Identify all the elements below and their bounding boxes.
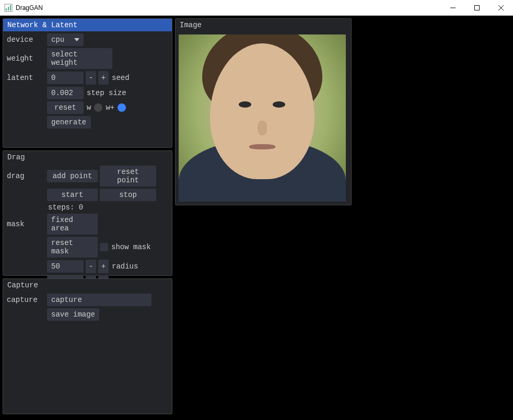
panel-network-latent: Network & Latent device cpu weight selec… [3,18,172,148]
seed-minus-button[interactable]: - [86,71,96,85]
drag-label: drag [5,172,45,180]
reset-point-button[interactable]: reset point [100,166,156,186]
panel-header-drag[interactable]: Drag [3,151,172,164]
window-titlebar: DragGAN [0,0,513,16]
steps-label: steps: 0 [47,203,84,212]
maximize-button[interactable] [465,0,489,15]
stepsize-input[interactable]: 0.002 [47,87,84,99]
wplus-radio[interactable] [118,103,126,112]
radius-plus-button[interactable]: + [98,260,109,273]
device-label: device [5,36,45,44]
panel-header-capture[interactable]: Capture [3,279,172,291]
show-mask-label: show mask [110,243,152,251]
select-weight-button[interactable]: select weight [47,48,112,69]
svg-rect-5 [475,5,480,10]
generate-button[interactable]: generate [47,116,91,129]
reset-mask-button[interactable]: reset mask [47,237,98,258]
panel-header-network[interactable]: Network & Latent [3,19,172,31]
svg-rect-2 [8,7,9,10]
radius-label: radius [111,262,139,271]
panel-capture: Capture capture capture save image [3,278,172,414]
minimize-button[interactable] [441,0,465,15]
svg-rect-3 [10,5,11,10]
w-radio[interactable] [94,103,102,112]
panel-image: Image [175,18,352,205]
add-point-button[interactable]: add point [47,170,98,182]
w-radio-label: w [86,103,92,112]
panel-drag: Drag drag add point reset point start st… [3,150,172,276]
radius-minus-button[interactable]: - [86,260,96,273]
seed-label: seed [111,74,131,82]
capture-label: capture [5,296,45,304]
save-image-button[interactable]: save image [47,308,99,321]
stop-button[interactable]: stop [100,189,156,201]
window-title: DragGAN [16,4,441,11]
capture-button[interactable]: capture [47,294,151,306]
latent-seed-input[interactable]: 0 [47,72,84,84]
generated-image[interactable] [179,34,346,202]
device-select[interactable]: cpu [47,33,84,46]
svg-rect-1 [6,8,7,10]
reset-button[interactable]: reset [47,101,84,114]
show-mask-checkbox[interactable] [100,243,108,251]
mask-label: mask [5,220,45,228]
device-value: cpu [51,36,64,44]
wplus-radio-label: w+ [104,103,115,112]
latent-label: latent [5,74,45,82]
radius-input[interactable]: 50 [47,260,84,273]
app-icon [4,4,13,12]
seed-plus-button[interactable]: + [98,71,109,85]
close-button[interactable] [489,0,513,15]
panel-header-image[interactable]: Image [176,19,351,31]
start-button[interactable]: start [47,189,98,201]
fixed-area-button[interactable]: fixed area [47,214,98,235]
weight-label: weight [5,54,45,63]
stepsize-label: step size [86,89,127,97]
chevron-down-icon [74,38,79,41]
